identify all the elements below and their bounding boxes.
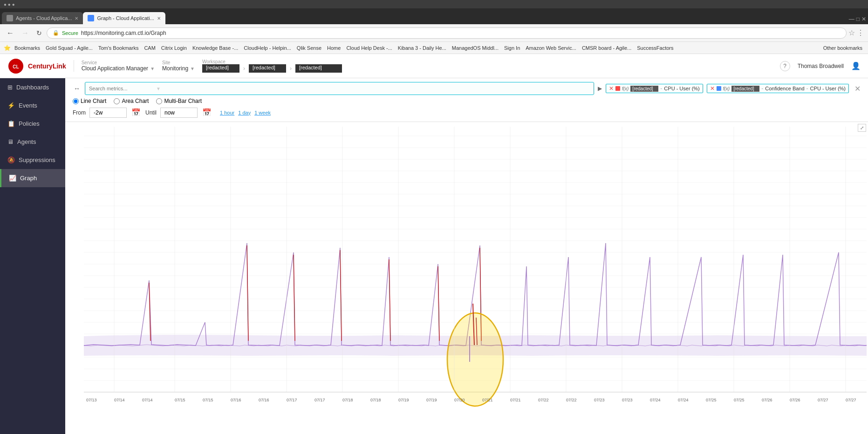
bookmark-kb[interactable]: Knowledge Base -... bbox=[191, 44, 240, 52]
svg-text:07/21: 07/21 bbox=[510, 398, 521, 402]
agents-icon: 🖥 bbox=[7, 138, 14, 145]
metric2-color bbox=[717, 86, 721, 91]
bookmark-cam[interactable]: CAM bbox=[142, 44, 157, 52]
quick-link-1hour[interactable]: 1 hour bbox=[220, 110, 234, 115]
bookmark-home[interactable]: Home bbox=[325, 44, 342, 52]
metric1-func: f(x) bbox=[622, 86, 629, 91]
sidebar-item-events[interactable]: ⚡ Events bbox=[0, 96, 65, 115]
service-label: Service bbox=[82, 60, 155, 65]
app-logo: CL CenturyLink bbox=[7, 58, 66, 75]
graph-toolbar: ↔ ▼ ▶ ✕ f(x) [redacted] - CPU - Us bbox=[65, 78, 868, 122]
browser-tab-inactive[interactable]: Agents - Cloud Applica... ✕ bbox=[2, 12, 83, 24]
svg-text:07/24: 07/24 bbox=[650, 398, 661, 402]
metric1-tag: ✕ f(x) [redacted] - CPU - User (%) bbox=[606, 84, 703, 93]
sidebar-item-agents[interactable]: 🖥 Agents bbox=[0, 133, 65, 151]
bookmark-clouddesk[interactable]: Cloud Help Desk -... bbox=[344, 44, 394, 52]
svg-text:07/16: 07/16 bbox=[259, 398, 269, 402]
quick-link-1day[interactable]: 1 day bbox=[238, 110, 251, 115]
metric2-subtype: CPU - User (%) bbox=[810, 86, 846, 91]
user-name: Thomas Broadwell bbox=[798, 63, 844, 69]
bookmark-qlik[interactable]: Qlik Sense bbox=[295, 44, 323, 52]
header-right: ? Thomas Broadwell 👤 bbox=[780, 61, 861, 71]
workspace-item2: [redacted] bbox=[249, 64, 286, 73]
sidebar-item-dashboards[interactable]: ⊞ Dashboards bbox=[0, 78, 65, 96]
bookmark-toms[interactable]: Tom's Bookmarks bbox=[96, 44, 140, 52]
suppressions-icon: 🔕 bbox=[7, 156, 15, 163]
bookmark-gold-squad[interactable]: Gold Squad - Agile... bbox=[44, 44, 95, 52]
help-button[interactable]: ? bbox=[780, 61, 790, 71]
expand-button[interactable]: ⤢ bbox=[858, 124, 866, 132]
metric1-value-box: [redacted] bbox=[630, 86, 658, 92]
metric1-type: CPU - User (%) bbox=[664, 86, 699, 91]
bookmark-bookmarks[interactable]: Bookmarks bbox=[13, 44, 42, 52]
address-url: https://monitoring.cam.ctl.io/Graph bbox=[81, 30, 166, 36]
nav-forward-button[interactable]: → bbox=[19, 27, 32, 39]
address-bar[interactable]: 🔒 Secure https://monitoring.cam.ctl.io/G… bbox=[47, 27, 847, 39]
browser-tab-active[interactable]: Graph - Cloud Applicati... ✕ bbox=[83, 12, 165, 24]
until-calendar-button[interactable]: 📅 bbox=[201, 107, 212, 118]
until-input[interactable] bbox=[160, 108, 198, 118]
bookmark-cmsr[interactable]: CMSR board - Agile... bbox=[580, 44, 633, 52]
svg-text:07/27: 07/27 bbox=[818, 398, 828, 402]
quick-link-1week[interactable]: 1 week bbox=[254, 110, 271, 115]
add-metric-button[interactable]: ↔ bbox=[73, 84, 81, 93]
browser-tab-bar: Agents - Cloud Applica... ✕ Graph - Clou… bbox=[0, 8, 868, 24]
metrics-container: ▼ bbox=[85, 82, 594, 95]
nav-reload-button[interactable]: ↻ bbox=[34, 27, 45, 39]
svg-text:07/19: 07/19 bbox=[398, 398, 409, 402]
tab-controls: — □ ✕ bbox=[849, 16, 866, 24]
from-calendar-button[interactable]: 📅 bbox=[130, 107, 142, 118]
svg-text:07/17: 07/17 bbox=[314, 398, 325, 402]
radio-area-chart[interactable]: Area Chart bbox=[114, 98, 149, 104]
svg-text:07/13: 07/13 bbox=[86, 398, 97, 402]
sidebar-item-graph[interactable]: 📈 Graph bbox=[0, 169, 65, 187]
nav-menu-button[interactable]: ⋮ bbox=[857, 28, 864, 37]
secure-label: Secure bbox=[62, 30, 78, 36]
svg-text:07/18: 07/18 bbox=[342, 398, 353, 402]
radio-line-chart[interactable]: Line Chart bbox=[73, 98, 106, 104]
metric1-close[interactable]: ✕ bbox=[609, 85, 614, 92]
dashboards-icon: ⊞ bbox=[7, 84, 13, 91]
metric2-close[interactable]: ✕ bbox=[710, 85, 715, 92]
metric2-value-box: [redacted] bbox=[731, 86, 759, 92]
bookmark-citrix[interactable]: Citrix Login bbox=[159, 44, 189, 52]
bookmark-successfactors[interactable]: SuccessFactors bbox=[635, 44, 675, 52]
chart-type-row: Line Chart Area Chart Multi-Bar Chart bbox=[73, 98, 861, 104]
bookmark-signin[interactable]: Sign In bbox=[502, 44, 522, 52]
svg-text:07/14: 07/14 bbox=[142, 398, 153, 402]
sidebar: ⊞ Dashboards ⚡ Events 📋 Policies 🖥 Agent… bbox=[0, 78, 65, 434]
time-range-row: From 📅 Until 📅 1 hour 1 day 1 week bbox=[73, 107, 861, 118]
svg-text:07/26: 07/26 bbox=[762, 398, 772, 402]
bookmark-cloudhelp[interactable]: CloudHelp - Helpin... bbox=[242, 44, 293, 52]
workspace-item1: [redacted] bbox=[202, 64, 239, 73]
metric-search-input[interactable] bbox=[89, 86, 153, 91]
close-metrics-button[interactable]: ✕ bbox=[854, 84, 861, 93]
bookmark-kibana[interactable]: Kibana 3 - Daily He... bbox=[396, 44, 448, 52]
bookmark-other[interactable]: Other bookmarks bbox=[821, 44, 864, 52]
svg-text:07/25: 07/25 bbox=[734, 398, 745, 402]
nav-back-button[interactable]: ← bbox=[4, 27, 17, 39]
sidebar-label-policies: Policies bbox=[19, 120, 40, 127]
svg-text:07/15: 07/15 bbox=[203, 398, 213, 402]
svg-text:07/23: 07/23 bbox=[622, 398, 633, 402]
browser-nav-bar: ← → ↻ 🔒 Secure https://monitoring.cam.ct… bbox=[0, 24, 868, 42]
metric1-separator: - bbox=[660, 85, 662, 92]
site-chevron: ▼ bbox=[190, 66, 195, 71]
service-chevron: ▼ bbox=[150, 66, 155, 71]
site-name: Monitoring bbox=[162, 65, 188, 72]
workspace-sep2: › bbox=[290, 65, 292, 72]
sidebar-item-policies[interactable]: 📋 Policies bbox=[0, 115, 65, 133]
from-input[interactable] bbox=[89, 108, 127, 118]
site-label: Site bbox=[162, 60, 195, 65]
bookmarks-folder-icon: ⭐ bbox=[4, 45, 11, 51]
app-header: CL CenturyLink Service Cloud Application… bbox=[0, 54, 868, 78]
sidebar-label-events: Events bbox=[19, 102, 37, 109]
sidebar-item-suppressions[interactable]: 🔕 Suppressions bbox=[0, 151, 65, 169]
workspace-sep1: › bbox=[243, 65, 245, 72]
radio-multibar-chart[interactable]: Multi-Bar Chart bbox=[156, 98, 202, 104]
bookmark-aws[interactable]: Amazon Web Servic... bbox=[524, 44, 578, 52]
secure-icon: 🔒 bbox=[53, 30, 59, 36]
metric2-separator: - bbox=[761, 85, 763, 92]
bookmark-managedos[interactable]: ManagedOS Middl... bbox=[450, 44, 500, 52]
nav-star-button[interactable]: ☆ bbox=[848, 28, 855, 37]
